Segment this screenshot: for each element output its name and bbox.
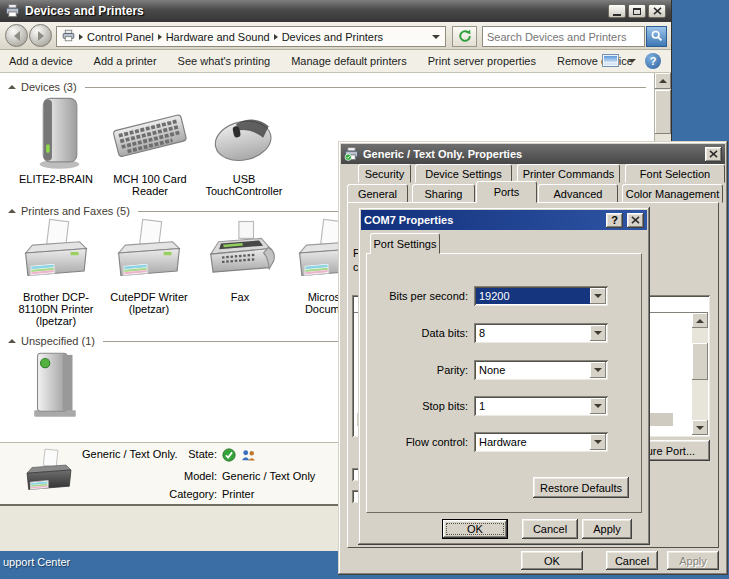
desktop-icon-label[interactable]: upport Center xyxy=(3,556,70,568)
device-item-mch-100-card-reader[interactable]: MCH 100 Card Reader xyxy=(104,93,196,197)
chevron-down-icon[interactable] xyxy=(590,362,606,378)
see-whats-printing-button[interactable]: See what's printing xyxy=(178,55,271,67)
properties-title-bar[interactable]: Generic / Text Only. Properties xyxy=(341,144,725,164)
scrollbar-track[interactable] xyxy=(692,380,708,420)
external-drive-icon xyxy=(19,93,93,171)
search-icon xyxy=(650,29,663,44)
apply-button[interactable]: Apply xyxy=(582,519,632,539)
scrollbar-thumb[interactable] xyxy=(692,343,708,380)
state-value xyxy=(222,448,315,465)
tab-port-settings[interactable]: Port Settings xyxy=(370,233,440,254)
tab-advanced[interactable]: Advanced xyxy=(538,184,618,203)
close-icon[interactable] xyxy=(627,213,644,228)
forward-icon[interactable] xyxy=(29,24,52,47)
tab-font-selection[interactable]: Font Selection xyxy=(625,164,725,183)
cancel-button[interactable]: Cancel xyxy=(606,551,658,570)
bits-per-second-select[interactable]: 19200 xyxy=(474,286,608,306)
dialog-title: Generic / Text Only. Properties xyxy=(363,148,701,160)
printer-item-cutepdf[interactable]: CutePDF Writer (lpetzar) xyxy=(102,217,196,327)
device-item-usb-touchcontroller[interactable]: USB TouchController xyxy=(196,93,292,197)
collapse-icon[interactable] xyxy=(8,209,16,213)
shared-users-icon xyxy=(240,449,257,465)
parity-select[interactable]: None xyxy=(474,360,608,380)
com7-title-bar[interactable]: COM7 Properties ? xyxy=(361,210,647,230)
printer-icon xyxy=(5,3,20,20)
printer-label: Fax xyxy=(231,291,249,303)
section-header-devices[interactable]: Devices (3) xyxy=(8,81,646,93)
cancel-button[interactable]: Cancel xyxy=(522,519,578,539)
print-server-properties-button[interactable]: Print server properties xyxy=(428,55,536,67)
chevron-down-icon[interactable] xyxy=(432,35,440,39)
flow-control-select[interactable]: Hardware xyxy=(474,432,608,452)
ok-button[interactable]: OK xyxy=(521,551,583,570)
chevron-down-icon[interactable] xyxy=(590,288,606,304)
caption-buttons xyxy=(608,4,666,18)
apply-button[interactable]: Apply xyxy=(667,551,719,570)
dialog-title: COM7 Properties xyxy=(364,214,602,226)
help-icon[interactable]: ? xyxy=(645,53,661,69)
tab-security[interactable]: Security xyxy=(358,164,411,183)
data-bits-select[interactable]: 8 xyxy=(474,323,608,343)
printer-item-fax[interactable]: Fax xyxy=(196,217,284,327)
chevron-right-icon[interactable] xyxy=(79,34,83,40)
scroll-up-icon[interactable] xyxy=(655,73,671,89)
printer-icon xyxy=(20,217,92,289)
desktop: upport Center Devices and Printers xyxy=(0,0,729,579)
field-bits-per-second: Bits per second: 19200 xyxy=(374,286,608,306)
restore-defaults-button[interactable]: Restore Defaults xyxy=(533,477,629,498)
add-a-printer-button[interactable]: Add a printer xyxy=(94,55,157,67)
collapse-icon[interactable] xyxy=(8,85,16,89)
views-dropdown-icon[interactable] xyxy=(628,59,636,63)
field-label: Bits per second: xyxy=(374,286,468,306)
ok-button[interactable]: OK xyxy=(442,519,508,539)
check-circle-icon xyxy=(222,448,236,465)
stop-bits-select[interactable]: 1 xyxy=(474,396,608,416)
breadcrumb-item-hardware-and-sound[interactable]: Hardware and Sound xyxy=(166,31,270,43)
toolbar-right-icons: ? xyxy=(602,50,661,72)
device-item-elite2-brain[interactable]: ELITE2-BRAIN xyxy=(8,93,104,197)
field-label: Stop bits: xyxy=(374,396,468,416)
device-item-generic-text-only[interactable] xyxy=(20,349,90,421)
ports-list-scrollbar[interactable] xyxy=(692,313,708,435)
chevron-down-icon[interactable] xyxy=(590,434,606,450)
manage-default-printers-button[interactable]: Manage default printers xyxy=(291,55,407,67)
chevron-right-icon[interactable] xyxy=(274,34,278,40)
scroll-down-icon[interactable] xyxy=(692,420,708,435)
section-rule xyxy=(85,87,646,88)
selected-printer-icon xyxy=(14,448,84,502)
tab-color-management[interactable]: Color Management xyxy=(622,184,723,203)
close-icon[interactable] xyxy=(705,147,722,162)
chevron-down-icon[interactable] xyxy=(590,325,606,341)
chevron-right-icon[interactable] xyxy=(158,34,162,40)
maximize-icon[interactable] xyxy=(628,4,646,18)
search-button[interactable] xyxy=(646,26,667,47)
fax-icon xyxy=(204,217,276,289)
breadcrumb[interactable]: Control Panel Hardware and Sound Devices… xyxy=(56,26,446,47)
selected-value: 1 xyxy=(476,398,590,414)
help-icon[interactable]: ? xyxy=(606,213,623,228)
printer-item-brother[interactable]: Brother DCP-8110DN Printer (lpetzar) xyxy=(10,217,102,327)
window-title: Devices and Printers xyxy=(25,4,603,18)
tab-general[interactable]: General xyxy=(347,184,408,203)
add-a-device-button[interactable]: Add a device xyxy=(9,55,73,67)
breadcrumb-item-devices-and-printers[interactable]: Devices and Printers xyxy=(282,31,384,43)
generic-device-icon xyxy=(20,349,90,421)
field-stop-bits: Stop bits: 1 xyxy=(374,396,608,416)
collapse-icon[interactable] xyxy=(8,339,16,343)
printer-label: Brother DCP-8110DN Printer (lpetzar) xyxy=(10,291,102,327)
title-bar[interactable]: Devices and Printers xyxy=(0,0,671,22)
chevron-down-icon[interactable] xyxy=(590,398,606,414)
back-icon[interactable] xyxy=(5,24,28,47)
printer-check-icon xyxy=(344,146,359,163)
scroll-up-icon[interactable] xyxy=(692,313,708,328)
minimize-icon[interactable] xyxy=(608,4,626,18)
scrollbar-thumb[interactable] xyxy=(655,90,671,134)
search-input[interactable] xyxy=(483,31,644,43)
views-icon[interactable] xyxy=(602,54,619,69)
breadcrumb-item-control-panel[interactable]: Control Panel xyxy=(87,31,154,43)
close-icon[interactable] xyxy=(648,4,666,18)
tab-sharing[interactable]: Sharing xyxy=(412,184,475,203)
tab-ports[interactable]: Ports xyxy=(476,181,537,203)
selected-value: 19200 xyxy=(476,288,590,304)
refresh-button[interactable] xyxy=(452,26,477,47)
